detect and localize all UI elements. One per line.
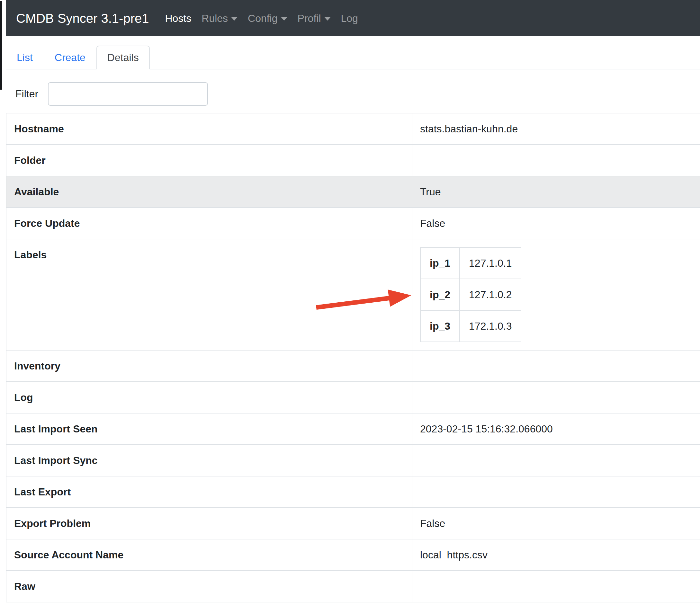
table-row-log: Log <box>6 382 700 413</box>
table-row-source-account-name: Source Account Name local_https.csv <box>6 539 700 571</box>
row-label: Available <box>6 176 412 208</box>
row-label: Export Problem <box>6 508 412 539</box>
row-value <box>412 350 700 382</box>
table-row-folder: Folder <box>6 145 700 176</box>
window-edge-artifact <box>0 1 2 90</box>
table-row-force-update: Force Update False <box>6 208 700 239</box>
row-value: local_https.csv <box>412 539 700 571</box>
row-value: False <box>412 208 700 239</box>
table-row-labels: Labels ip_1 127.1.0.1 ip_2 127.1.0.2 <box>6 239 700 350</box>
label-value: 172.1.0.3 <box>459 310 521 342</box>
navbar-menu: Hosts Rules Config Profil Log <box>160 11 363 26</box>
table-row-last-export: Last Export <box>6 476 700 508</box>
row-label: Last Import Seen <box>6 413 412 445</box>
table-row-last-import-sync: Last Import Sync <box>6 445 700 476</box>
label-key: ip_1 <box>420 247 459 279</box>
chevron-down-icon <box>324 17 331 21</box>
nav-item-hosts[interactable]: Hosts <box>160 11 196 26</box>
row-label: Raw <box>6 571 412 602</box>
row-value: ip_1 127.1.0.1 ip_2 127.1.0.2 ip_3 172.1… <box>412 239 700 350</box>
row-label: Folder <box>6 145 412 176</box>
row-value <box>412 382 700 413</box>
table-row-hostname: Hostname stats.bastian-kuhn.de <box>6 113 700 145</box>
row-label: Hostname <box>6 113 412 145</box>
app-title[interactable]: CMDB Syncer 3.1-pre1 <box>16 11 149 26</box>
label-value: 127.1.0.1 <box>459 247 521 279</box>
tab-details[interactable]: Details <box>96 45 150 69</box>
filter-row: Filter <box>6 82 700 106</box>
row-label: Last Import Sync <box>6 445 412 476</box>
labels-table: ip_1 127.1.0.1 ip_2 127.1.0.2 ip_3 172.1… <box>420 247 521 342</box>
row-label: Force Update <box>6 208 412 239</box>
row-label: Inventory <box>6 350 412 382</box>
tab-bar: List Create Details <box>6 45 700 69</box>
table-row-raw: Raw <box>6 571 700 602</box>
row-value <box>412 571 700 602</box>
row-value: stats.bastian-kuhn.de <box>412 113 700 145</box>
row-value <box>412 445 700 476</box>
nav-item-config-dropdown[interactable]: Config <box>243 11 293 26</box>
table-row-inventory: Inventory <box>6 350 700 382</box>
nav-item-profil-label: Profil <box>298 13 321 24</box>
nav-item-hosts-label: Hosts <box>165 13 191 24</box>
nav-item-rules-label: Rules <box>202 13 228 24</box>
nav-item-rules-dropdown[interactable]: Rules <box>196 11 243 26</box>
table-row-export-problem: Export Problem False <box>6 508 700 539</box>
label-row-ip2: ip_2 127.1.0.2 <box>420 279 521 310</box>
nav-item-log-label: Log <box>341 13 358 24</box>
table-row-last-import-seen: Last Import Seen 2023-02-15 15:16:32.066… <box>6 413 700 445</box>
row-label: Source Account Name <box>6 539 412 571</box>
row-value <box>412 476 700 508</box>
label-row-ip1: ip_1 127.1.0.1 <box>420 247 521 279</box>
table-row-available: Available True <box>6 176 700 208</box>
row-label: Log <box>6 382 412 413</box>
nav-item-config-label: Config <box>248 13 278 24</box>
label-value: 127.1.0.2 <box>459 279 521 310</box>
chevron-down-icon <box>281 17 287 21</box>
filter-label: Filter <box>15 88 38 100</box>
row-label: Labels <box>6 239 412 350</box>
row-value: False <box>412 508 700 539</box>
chevron-down-icon <box>231 17 237 21</box>
label-row-ip3: ip_3 172.1.0.3 <box>420 310 521 342</box>
label-key: ip_2 <box>420 279 459 310</box>
nav-item-log[interactable]: Log <box>336 11 363 26</box>
row-label: Last Export <box>6 476 412 508</box>
filter-input[interactable] <box>48 82 208 106</box>
tab-list[interactable]: List <box>6 45 44 69</box>
row-value: 2023-02-15 15:16:32.066000 <box>412 413 700 445</box>
host-details-table: Hostname stats.bastian-kuhn.de Folder Av… <box>6 113 700 602</box>
row-value <box>412 145 700 176</box>
label-key: ip_3 <box>420 310 459 342</box>
nav-item-profil-dropdown[interactable]: Profil <box>293 11 336 26</box>
row-value: True <box>412 176 700 208</box>
tab-create[interactable]: Create <box>44 45 96 69</box>
page: CMDB Syncer 3.1-pre1 Hosts Rules Config … <box>6 0 700 602</box>
navbar: CMDB Syncer 3.1-pre1 Hosts Rules Config … <box>6 0 700 36</box>
